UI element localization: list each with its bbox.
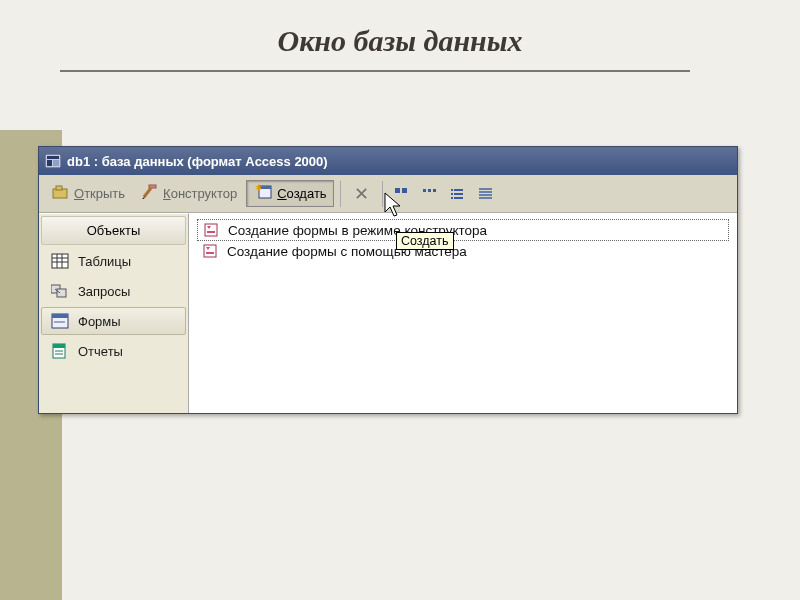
design-button[interactable]: Конструктор [134,180,244,207]
svg-rect-12 [395,188,400,193]
table-icon [50,253,70,269]
svg-rect-1 [47,156,59,159]
sidebar-item-tables[interactable]: Таблицы [41,247,186,275]
svg-rect-15 [428,189,431,192]
sidebar-item-reports[interactable]: Отчеты [41,337,186,365]
main-list: Создание формы в режиме конструктора Соз… [189,213,737,413]
svg-line-7 [144,188,151,197]
toolbar-separator-2 [382,181,383,207]
svg-rect-19 [451,193,453,195]
svg-rect-21 [451,197,453,199]
svg-rect-18 [454,189,463,191]
svg-rect-36 [52,314,68,318]
create-label: Создать [277,186,326,201]
window-titlebar: db1 : база данных (формат Access 2000) [39,147,737,175]
tooltip: Создать [396,232,454,250]
svg-rect-20 [454,193,463,195]
sidebar-item-label: Формы [78,314,121,329]
sidebar-item-label: Таблицы [78,254,131,269]
view-large-icons-button[interactable] [389,183,415,205]
open-button[interactable]: Открыть [45,180,132,207]
view-details-button[interactable] [473,183,499,205]
query-icon [50,283,70,299]
toolbar: Открыть Конструктор ✶ Создать ✕ [39,175,737,213]
svg-rect-44 [207,231,215,233]
svg-text:✶: ✶ [255,184,263,193]
sidebar-header: Объекты [41,216,186,245]
svg-rect-17 [451,189,453,191]
database-window-icon [45,154,61,168]
report-icon [50,343,70,359]
new-form-icon [202,222,220,238]
svg-rect-22 [454,197,463,199]
svg-rect-42 [205,224,217,236]
svg-rect-37 [54,321,65,323]
design-label: Конструктор [163,186,237,201]
database-window: db1 : база данных (формат Access 2000) О… [38,146,738,414]
svg-rect-16 [433,189,436,192]
svg-rect-2 [47,160,52,166]
list-item[interactable]: Создание формы в режиме конструктора [197,219,729,241]
svg-rect-27 [52,254,68,268]
svg-rect-39 [53,344,65,348]
design-icon [141,184,159,203]
svg-rect-45 [204,245,216,257]
sidebar-item-label: Запросы [78,284,130,299]
sidebar-item-queries[interactable]: Запросы [41,277,186,305]
create-button[interactable]: ✶ Создать [246,180,333,207]
sidebar-item-forms[interactable]: Формы [41,307,186,335]
slide-title: Окно базы данных [0,0,800,70]
title-divider [60,70,690,72]
window-body: Объекты Таблицы Запросы Формы [39,213,737,413]
view-list-button[interactable] [445,183,471,205]
window-title: db1 : база данных (формат Access 2000) [67,154,328,169]
delete-icon: ✕ [354,187,369,201]
view-small-icons-button[interactable] [417,183,443,205]
sidebar-item-label: Отчеты [78,344,123,359]
svg-rect-47 [206,252,214,254]
open-icon [52,184,70,203]
open-label: Открыть [74,186,125,201]
new-form-icon [201,243,219,259]
svg-rect-5 [56,186,62,190]
svg-rect-33 [57,289,66,297]
list-item[interactable]: Создание формы с помощью мастера [197,241,729,261]
delete-button[interactable]: ✕ [347,183,376,205]
create-icon: ✶ [253,184,273,203]
svg-rect-14 [423,189,426,192]
form-icon [50,313,70,329]
toolbar-separator [340,181,341,207]
svg-rect-13 [402,188,407,193]
objects-sidebar: Объекты Таблицы Запросы Формы [39,213,189,413]
svg-rect-3 [53,160,59,166]
